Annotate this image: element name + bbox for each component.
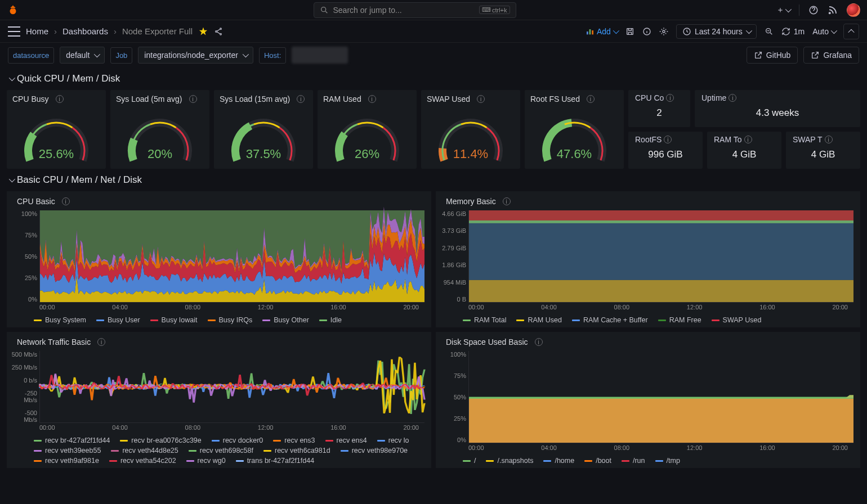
legend-item[interactable]: recv vetha54c202 [109, 457, 176, 465]
topbar: Search or jump to... ⌨ ctrl+k ＋ [0, 0, 867, 20]
legend-item[interactable]: RAM Total [463, 316, 506, 324]
info-icon[interactable]: i [535, 338, 543, 346]
info-icon[interactable]: i [62, 197, 70, 205]
chart-panel-network_basic[interactable]: Network Traffic Basici 500 Mb/s250 Mb/s0… [7, 332, 431, 468]
rss-icon[interactable] [828, 5, 838, 15]
legend-item[interactable]: recv veth9af981e [34, 457, 99, 465]
info-icon[interactable]: i [729, 94, 736, 102]
help-icon[interactable] [808, 5, 819, 15]
github-link[interactable]: GitHub [747, 47, 798, 64]
svg-point-3 [220, 28, 222, 30]
time-range-picker[interactable]: Last 24 hours [676, 24, 757, 39]
gauge-panel[interactable]: RAM Usedi 26% [318, 90, 417, 169]
info-icon[interactable]: i [664, 136, 672, 143]
gauge-panel[interactable]: Sys Load (5m avg)i 20% [110, 90, 209, 169]
info-icon[interactable] [642, 27, 651, 36]
legend-item[interactable]: recv lo [377, 436, 409, 444]
save-icon[interactable] [625, 27, 634, 36]
panel-title: CPU Basic [17, 197, 55, 206]
share-icon[interactable] [214, 27, 223, 36]
legend-item[interactable]: recv ens3 [273, 436, 315, 444]
refresh-icon [781, 27, 790, 36]
legend-item[interactable]: recv veth39eeb55 [34, 447, 101, 454]
legend-item[interactable]: RAM Free [658, 316, 701, 324]
legend-item[interactable]: /home [543, 457, 574, 465]
gauge-panel[interactable]: CPU Busyi 25.6% [7, 90, 106, 169]
stat-swap-total[interactable]: SWAP Ti4 GiB [786, 132, 860, 169]
stat-cpu-cores[interactable]: CPU Coi2 [628, 90, 690, 127]
legend-item[interactable]: recv veth698c58f [189, 447, 253, 454]
legend-item[interactable]: Busy IRQs [208, 316, 253, 324]
panel-title: Sys Load (15m avg) [220, 94, 290, 104]
info-icon[interactable]: i [503, 197, 511, 205]
legend-item[interactable]: recv veth44d8e25 [111, 447, 178, 454]
legend-item[interactable]: recv br-ea0076c3c39e [120, 436, 201, 444]
legend-item[interactable]: recv veth98e970e [341, 447, 408, 454]
info-icon[interactable]: i [477, 95, 485, 103]
grafana-link[interactable]: Grafana [803, 47, 859, 64]
menu-toggle[interactable] [8, 26, 20, 37]
collapse-button[interactable] [843, 24, 859, 39]
legend-item[interactable]: /tmp [655, 457, 680, 465]
legend-item[interactable]: /run [622, 457, 645, 465]
chart-legend: RAM TotalRAM UsedRAM Cache + BufferRAM F… [440, 313, 856, 325]
section-quick-title[interactable]: Quick CPU / Mem / Disk [0, 68, 867, 90]
stat-rootfs[interactable]: RootFSi996 GiB [628, 132, 703, 169]
legend-item[interactable]: / [463, 457, 476, 465]
info-icon[interactable]: i [368, 95, 376, 103]
legend-item[interactable]: /.snapshots [486, 457, 533, 465]
stat-ram-total[interactable]: RAM Toi4 GiB [707, 132, 781, 169]
navbar: Home › Dashboards › Node Exporter Full A… [0, 20, 867, 43]
gauge-panel[interactable]: Root FS Usedi 47.6% [525, 90, 624, 169]
legend-item[interactable]: recv docker0 [212, 436, 263, 444]
gauge-panel[interactable]: SWAP Usedi 11.4% [421, 90, 520, 169]
breadcrumb-dashboards[interactable]: Dashboards [62, 26, 108, 36]
legend-item[interactable]: Busy Other [262, 316, 309, 324]
info-icon[interactable]: i [744, 136, 752, 143]
legend-item[interactable]: RAM Used [516, 316, 561, 324]
zoom-out-icon[interactable] [765, 27, 774, 36]
info-icon[interactable]: i [189, 95, 197, 103]
legend-item[interactable]: /boot [584, 457, 611, 465]
breadcrumb-home[interactable]: Home [26, 26, 48, 36]
section-basic-title[interactable]: Basic CPU / Mem / Net / Disk [0, 169, 867, 191]
star-icon[interactable] [198, 26, 208, 37]
legend-item[interactable]: Busy System [34, 316, 86, 324]
info-icon[interactable]: i [56, 95, 64, 103]
legend-item[interactable]: recv ens4 [325, 436, 367, 444]
chart-svg [469, 351, 853, 443]
var-datasource-select[interactable]: default [60, 47, 105, 64]
refresh-button[interactable]: 1m [781, 27, 805, 36]
legend-item[interactable]: Idle [319, 316, 342, 324]
svg-rect-7 [589, 29, 591, 34]
info-icon[interactable]: i [666, 94, 674, 102]
add-menu-button[interactable]: ＋ [776, 5, 790, 15]
chart-panel-memory_basic[interactable]: Memory Basici 4.66 GiB3.73 GiB2.79 GiB1.… [436, 191, 860, 327]
chart-panel-disk_basic[interactable]: Disk Space Used Basici 100%75%50%25%0% 0… [436, 332, 860, 468]
external-link-icon [754, 51, 763, 60]
legend-item[interactable]: trans br-427af2f1fd44 [236, 457, 315, 465]
legend-item[interactable]: RAM Cache + Buffer [572, 316, 648, 324]
gauge-panel[interactable]: Sys Load (15m avg)i 37.5% [214, 90, 313, 169]
legend-item[interactable]: recv br-427af2f1fd44 [34, 436, 110, 444]
add-panel-button[interactable]: Add [586, 27, 618, 36]
search-input[interactable]: Search or jump to... ⌨ ctrl+k [314, 2, 516, 18]
external-link-icon [811, 51, 820, 60]
user-avatar[interactable] [847, 3, 860, 17]
info-icon[interactable]: i [97, 338, 105, 346]
info-icon[interactable]: i [587, 95, 595, 103]
info-icon[interactable]: i [297, 95, 305, 103]
gear-icon[interactable] [659, 27, 668, 36]
stat-uptime[interactable]: Uptimei4.3 weeks [695, 90, 860, 127]
legend-item[interactable]: Busy Iowait [150, 316, 198, 324]
panel-title: RAM Used [323, 94, 361, 104]
legend-item[interactable]: SWAP Used [712, 316, 762, 324]
legend-item[interactable]: Busy User [96, 316, 140, 324]
legend-item[interactable]: recv veth6ca981d [263, 447, 330, 454]
var-job-select[interactable]: integrations/node_exporter [138, 47, 253, 64]
info-icon[interactable]: i [825, 136, 833, 143]
var-host-select[interactable] [292, 47, 348, 64]
chart-panel-cpu_basic[interactable]: CPU Basici 100%75%50%25%0% 00:0004:0008:… [7, 191, 431, 327]
refresh-mode-picker[interactable]: Auto [812, 27, 835, 36]
legend-item[interactable]: recv wg0 [186, 457, 226, 465]
